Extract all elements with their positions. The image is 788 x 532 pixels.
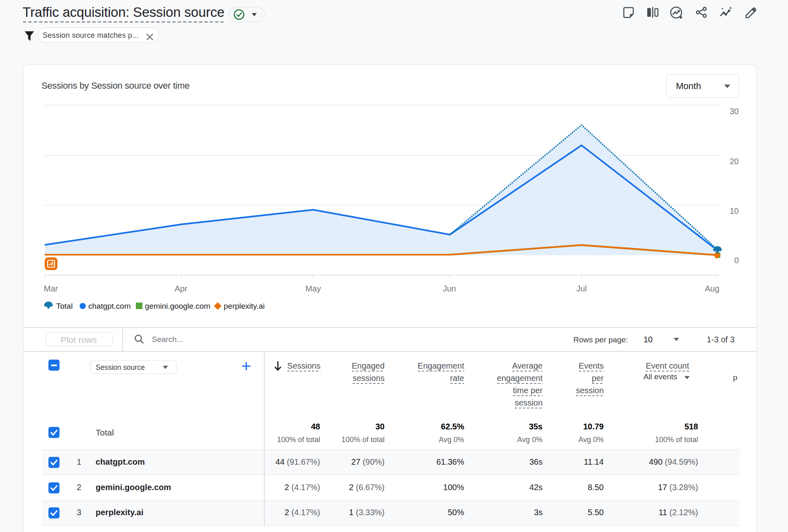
svg-text:Jun: Jun (443, 284, 456, 293)
svg-text:Jul: Jul (576, 284, 587, 293)
svg-text:Mar: Mar (44, 284, 58, 293)
svg-text:Aug: Aug (705, 284, 719, 293)
svg-text:20: 20 (730, 157, 739, 166)
svg-text:Apr: Apr (174, 284, 187, 293)
svg-text:0: 0 (734, 256, 739, 265)
svg-text:10: 10 (730, 206, 739, 216)
svg-text:May: May (305, 284, 321, 293)
svg-text:30: 30 (730, 107, 739, 116)
